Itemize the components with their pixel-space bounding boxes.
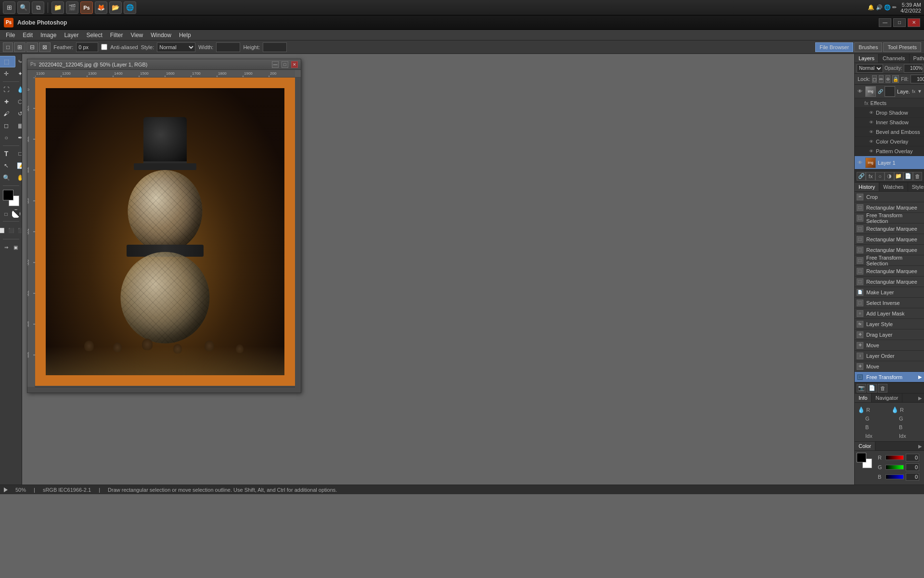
layer-visibility-1[interactable]: 👁 (857, 159, 863, 166)
history-move-1[interactable]: ✛ Move (855, 340, 924, 351)
b-value-input[interactable] (906, 473, 919, 481)
subtract-selection-btn[interactable]: ⊟ (26, 42, 38, 52)
layer-item-0[interactable]: 👁 img 🔗 Laye... fx ▼ (855, 85, 924, 98)
close-button[interactable]: ✕ (908, 18, 920, 27)
history-make-layer[interactable]: 📄 Make Layer (855, 287, 924, 298)
history-rect-marquee-4[interactable]: ⬚ Rectangular Marquee (855, 245, 924, 255)
eraser-tool[interactable]: ◻ (0, 120, 15, 131)
info-tab[interactable]: Info (855, 394, 872, 402)
history-layer-order[interactable]: ↕ Layer Order (855, 351, 924, 361)
taskbar-app-6[interactable]: 🌐 (124, 1, 136, 14)
taskbar-app-3[interactable]: Ps (80, 1, 93, 14)
magic-wand-tool[interactable]: ✦ (16, 68, 22, 79)
add-layer-style-btn[interactable]: fx (866, 172, 875, 181)
standard-screen-btn[interactable]: ⬜ (0, 224, 6, 236)
feather-input[interactable] (76, 42, 98, 52)
history-rect-marquee-1[interactable]: ⬚ Rectangular Marquee (855, 202, 924, 213)
quick-mask-btn[interactable] (12, 210, 20, 218)
effect-eye-drop-shadow[interactable]: 👁 (868, 110, 874, 116)
g-slider[interactable] (886, 465, 904, 470)
layers-tab[interactable]: Layers (855, 54, 879, 63)
effect-drop-shadow[interactable]: 👁 Drop Shadow (855, 108, 924, 118)
history-free-transform-active[interactable]: ⬚ Free Transform ▶ (855, 372, 924, 382)
history-select-inverse[interactable]: ⬚ Select Inverse (855, 298, 924, 308)
marquee-tool[interactable]: ⬚ (0, 56, 15, 67)
tool-presets-tab[interactable]: Tool Presets (883, 42, 921, 52)
history-move-2[interactable]: ✛ Move (855, 361, 924, 372)
menu-select[interactable]: Select (82, 30, 106, 40)
menu-file[interactable]: File (2, 30, 19, 40)
link-layers-btn[interactable]: 🔗 (857, 172, 866, 181)
history-layer-style[interactable]: fx Layer Style (855, 319, 924, 329)
info-menu-icon[interactable]: ▶ (918, 395, 922, 401)
effect-inner-shadow[interactable]: 👁 Inner Shadow (855, 118, 924, 127)
effect-pattern-overlay[interactable]: 👁 Pattern Overlay (855, 146, 924, 156)
gradient-tool[interactable]: ▦ (16, 120, 22, 131)
height-input[interactable] (263, 42, 287, 52)
anti-aliased-checkbox[interactable] (101, 44, 107, 50)
effect-eye-color-overlay[interactable]: 👁 (868, 139, 874, 144)
path-selection-tool[interactable]: ↖ (0, 160, 15, 171)
shape-tool[interactable]: □ (16, 148, 22, 159)
maximize-button[interactable]: □ (893, 18, 906, 27)
crop-tool[interactable]: ⛶ (0, 84, 15, 95)
lock-position-btn[interactable]: ✛ (886, 75, 890, 83)
style-select[interactable]: Normal Fixed Ratio Fixed Size (157, 42, 195, 52)
patch-tool[interactable]: ⬡ (16, 96, 22, 107)
menu-window[interactable]: Window (147, 30, 175, 40)
navigator-tab[interactable]: Navigator (872, 394, 902, 402)
delete-state-btn[interactable]: 🗑 (878, 384, 887, 393)
intersect-selection-btn[interactable]: ⊠ (39, 42, 51, 52)
effect-color-overlay[interactable]: 👁 Color Overlay (855, 137, 924, 146)
standard-mode-btn[interactable]: □ (2, 210, 11, 218)
minimize-button[interactable]: — (879, 18, 891, 27)
create-new-snapshot-btn[interactable]: 📷 (857, 384, 866, 393)
lock-transparent-pixels-btn[interactable]: ◻ (872, 75, 877, 83)
r-slider[interactable] (886, 455, 904, 460)
history-tab[interactable]: History (855, 183, 879, 191)
history-brush-tool[interactable]: ↺ (16, 108, 22, 119)
taskbar-app-5[interactable]: 📂 (109, 1, 122, 14)
new-fill-adj-layer-btn[interactable]: ◑ (885, 172, 894, 181)
status-play-btn[interactable] (4, 487, 8, 492)
history-rect-marquee-2[interactable]: ⬚ Rectangular Marquee (855, 223, 924, 234)
task-view[interactable]: ⧉ (32, 1, 44, 14)
move-tool[interactable]: ✛ (0, 68, 15, 79)
jump-to-imageready-btn[interactable]: ⇒ (2, 241, 11, 253)
opacity-input[interactable] (904, 64, 923, 73)
text-tool[interactable]: T (0, 148, 15, 159)
width-input[interactable] (216, 42, 240, 52)
r-value-input[interactable] (906, 454, 919, 461)
horizontal-scrollbar[interactable] (35, 387, 295, 393)
layer-expand-icon[interactable]: ▼ (917, 89, 922, 94)
fill-input[interactable] (911, 75, 924, 83)
menu-filter[interactable]: Filter (106, 30, 127, 40)
zoom-tool[interactable]: 🔍 (0, 172, 15, 184)
color-fg-box[interactable] (857, 453, 866, 462)
history-free-transform-1[interactable]: ⬚ Free Transform Selection (855, 213, 924, 223)
history-free-transform-2[interactable]: ⬚ Free Transform Selection (855, 255, 924, 266)
new-document-btn[interactable]: 📄 (867, 384, 877, 393)
menu-edit[interactable]: Edit (19, 30, 37, 40)
doc-minimize-btn[interactable]: — (272, 61, 279, 68)
canvas-image[interactable] (35, 78, 295, 386)
effect-eye-inner-shadow[interactable]: 👁 (868, 119, 874, 125)
history-rect-marquee-6[interactable]: ⬚ Rectangular Marquee (855, 276, 924, 287)
doc-maximize-btn[interactable]: □ (282, 61, 288, 68)
taskbar-app-1[interactable]: 📁 (51, 1, 64, 14)
watches-tab[interactable]: Watches (879, 183, 908, 191)
pen-tool[interactable]: ✒ (16, 132, 22, 144)
eyedropper-tool[interactable]: 💧 (16, 84, 22, 95)
add-mask-btn[interactable]: ○ (875, 172, 885, 181)
history-arrow-icon[interactable]: ▶ (918, 374, 922, 380)
brushes-tab[interactable]: Brushes (854, 42, 882, 52)
healing-brush-tool[interactable]: ✚ (0, 96, 15, 107)
menu-image[interactable]: Image (37, 30, 60, 40)
taskbar-app-2[interactable]: 🎬 (66, 1, 78, 14)
fullscreen-btn[interactable]: ⬛ (16, 224, 23, 236)
search-taskbar[interactable]: 🔍 (17, 1, 30, 14)
lock-image-pixels-btn[interactable]: ✏ (879, 75, 884, 83)
menu-layer[interactable]: Layer (60, 30, 82, 40)
effect-eye-pattern-overlay[interactable]: 👁 (868, 148, 874, 154)
brush-tool[interactable]: 🖌 (0, 108, 15, 119)
